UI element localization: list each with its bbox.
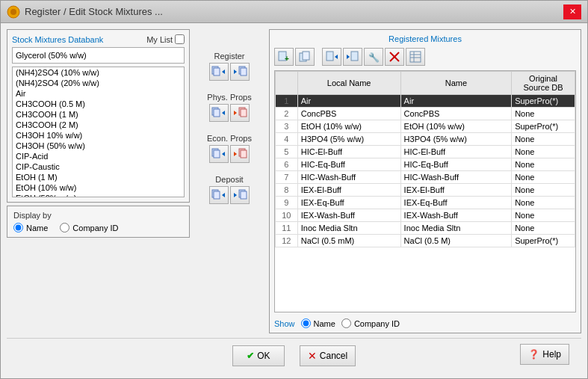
table-row[interactable]: 9 IEX-Eq-Buff IEX-Eq-Buff None [276,197,575,209]
table-row[interactable]: 3 EtOH (10% w/w) EtOH (10% w/w) SuperPro… [276,120,575,133]
econ-props-right-btn[interactable] [230,145,250,163]
row-source: None [512,133,575,146]
show-company-radio[interactable] [341,318,351,328]
mixture-list[interactable]: (NH4)2SO4 (10% w/w)(NH4)2SO4 (20% w/w)Ai… [12,67,185,197]
list-item[interactable]: EtOH (50% w/w) [13,193,184,197]
show-name-option[interactable]: Name [301,318,335,328]
table-row[interactable]: 11 Inoc Media Sltn Inoc Media Sltn None [276,222,575,235]
svg-marker-11 [234,111,237,115]
grid-btn[interactable] [406,48,425,66]
row-name: H3PO4 (5% w/w) [400,133,512,146]
display-by-company-radio[interactable] [60,223,69,232]
table-row[interactable]: 7 HIC-Wash-Buff HIC-Wash-Buff None [276,171,575,184]
econ-props-left-btn[interactable] [209,145,229,163]
row-local: IEX-El-Buff [297,184,400,197]
right-panel: Registered Mixtures + [269,29,581,333]
list-item[interactable]: CH3OH (50% w/w) [13,141,184,151]
registered-table-container[interactable]: Local Name Name OriginalSource DB 1 Air … [274,70,576,312]
table-row[interactable]: 12 NaCl (0.5 mM) NaCl (0.5 M) SuperPro(*… [276,235,575,247]
list-item[interactable]: CH3COOH (1 M) [13,109,184,120]
list-item[interactable]: EtOH (1 M) [13,172,184,182]
econ-props-icons [209,145,250,163]
svg-marker-32 [347,55,350,59]
list-item[interactable]: CH3OH 10% w/w) [13,130,184,141]
add-btn[interactable]: + [274,48,294,66]
cancel-button[interactable]: ✕ Cancel [300,345,356,366]
row-local: HIC-Eq-Buff [297,158,400,171]
svg-rect-33 [351,52,358,61]
row-num: 1 [276,95,298,108]
duplicate-btn[interactable] [295,48,315,66]
list-item[interactable]: Air [13,88,184,99]
phys-props-group: Phys. Props [196,93,263,122]
col-local: Local Name [297,72,400,95]
table-row[interactable]: 8 IEX-El-Buff IEX-El-Buff None [276,184,575,197]
register-right-btn[interactable] [230,63,250,81]
display-by-box: Display by Name Company ID [7,206,190,238]
list-item[interactable]: (NH4)2SO4 (10% w/w) [13,67,184,78]
svg-rect-30 [327,52,333,61]
row-name: HIC-Wash-Buff [400,171,512,184]
show-label[interactable]: Show [274,319,295,328]
table-row[interactable]: 4 H3PO4 (5% w/w) H3PO4 (5% w/w) None [276,133,575,146]
close-button[interactable]: ✕ [563,4,581,19]
display-by-company-label: Company ID [72,224,118,232]
register-left-btn[interactable] [209,63,229,81]
display-by-name-radio[interactable] [13,223,23,232]
row-local: EtOH (10% w/w) [297,120,400,133]
list-item[interactable]: CIP-Caustic [13,161,184,172]
row-source: None [512,146,575,158]
table-row[interactable]: 5 HIC-El-Buff HIC-El-Buff None [276,146,575,158]
table-row[interactable]: 10 IEX-Wash-Buff IEX-Wash-Buff None [276,209,575,222]
databank-title: Stock Mixtures Databank [12,35,103,44]
help-button[interactable]: ❓ Help [520,344,569,365]
svg-rect-7 [241,68,247,76]
ok-check-icon: ✔ [247,351,254,361]
table-row[interactable]: 2 ConcPBS ConcPBS None [276,108,575,120]
row-local: HIC-El-Buff [297,146,400,158]
phys-props-right-btn[interactable] [230,104,250,122]
svg-marker-4 [222,70,225,74]
table-row[interactable]: 1 Air Air SuperPro(*) [276,95,575,108]
row-num: 7 [276,171,298,184]
table-row[interactable]: 6 HIC-Eq-Buff HIC-Eq-Buff None [276,158,575,171]
show-company-label: Company ID [354,319,400,328]
delete-btn[interactable] [385,48,404,66]
svg-rect-29 [303,52,309,60]
svg-rect-37 [410,52,421,62]
list-item[interactable]: CIP-Acid [13,151,184,161]
deposit-right-btn[interactable] [230,186,250,204]
wrench-btn[interactable]: 🔧 [364,48,383,66]
svg-marker-22 [222,193,225,197]
list-item[interactable]: EtOH (10% w/w) [13,182,184,193]
show-company-option[interactable]: Company ID [341,318,400,328]
export-btn[interactable] [343,48,362,66]
register-label: Register [214,52,245,61]
svg-marker-16 [222,152,225,156]
display-by-name-option[interactable]: Name [13,223,48,232]
search-input[interactable] [12,47,185,64]
phys-props-left-btn[interactable] [209,104,229,122]
registered-mixtures-title: Registered Mixtures [274,34,576,43]
row-source: None [512,184,575,197]
list-item[interactable]: CH3COOH (2 M) [13,120,184,130]
list-item[interactable]: (NH4)2SO4 (20% w/w) [13,78,184,88]
my-list-checkbox[interactable] [175,34,185,44]
svg-marker-23 [234,193,237,197]
display-by-company-option[interactable]: Company ID [60,223,118,232]
list-item[interactable]: CH3COOH (0.5 M) [13,99,184,109]
row-source: None [512,222,575,235]
row-name: IEX-Eq-Buff [400,197,512,209]
svg-marker-17 [234,152,237,156]
ok-button[interactable]: ✔ OK [232,345,285,366]
deposit-left-btn[interactable] [209,186,229,204]
show-name-radio[interactable] [301,318,311,328]
app-icon [7,5,20,19]
import-btn[interactable] [322,48,341,66]
row-name: Inoc Media Sltn [400,222,512,235]
row-num: 6 [276,158,298,171]
title-bar: Register / Edit Stock Mixtures ... ✕ [1,1,587,23]
svg-rect-13 [241,109,247,117]
row-source: None [512,108,575,120]
title-bar-left: Register / Edit Stock Mixtures ... [7,5,163,19]
